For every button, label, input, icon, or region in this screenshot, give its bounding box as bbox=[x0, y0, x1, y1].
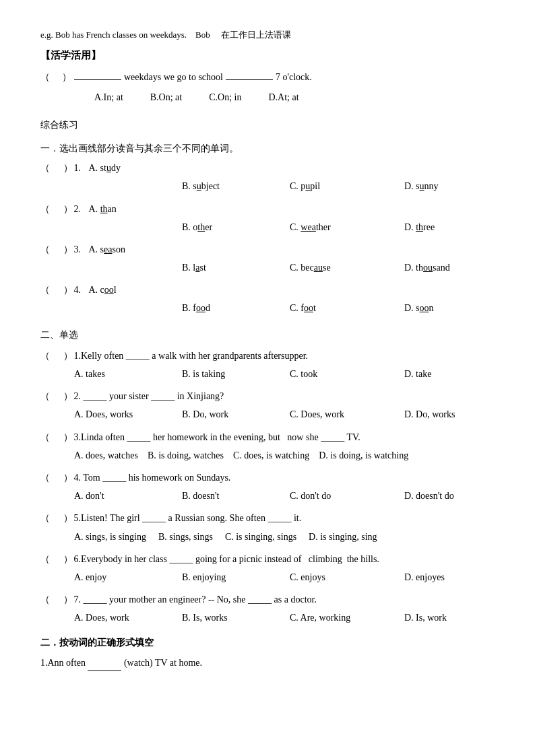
q-text: 5.Listen! The girl _____ a Russian song.… bbox=[74, 510, 495, 526]
q-num: 3. bbox=[74, 241, 88, 258]
paren-close: ） bbox=[61, 160, 73, 176]
section-zonghe: 综合练习 bbox=[40, 116, 495, 133]
opt-a: A. does, watches bbox=[74, 447, 138, 464]
option-c: C.On; in bbox=[209, 89, 241, 106]
q-a: A. cool bbox=[89, 281, 117, 298]
q-text: 1.Kelly often _____ a walk with her gran… bbox=[74, 347, 495, 364]
paren-close: ） bbox=[61, 469, 73, 486]
paren-close: ） bbox=[61, 510, 73, 526]
sec2-q1-opts: A. takes B. is taking C. took D. take bbox=[74, 366, 495, 382]
sec2-q6-opts: A. enjoy B. enjoying C. enjoys D. enjoye… bbox=[74, 569, 495, 586]
paren: （ bbox=[40, 551, 59, 568]
opt-d: D. enjoyes bbox=[404, 569, 519, 586]
opt-d: D. sunny bbox=[404, 178, 519, 195]
option-d: D.At; at bbox=[268, 89, 298, 106]
example-line: e.g. Bob has French classes on weekdays.… bbox=[40, 27, 495, 42]
q-num: 4. bbox=[74, 281, 88, 298]
opt-b: B. is taking bbox=[182, 366, 290, 382]
opt-b: B. is doing, watches bbox=[148, 447, 224, 464]
opt-a: A. don't bbox=[74, 487, 182, 504]
opt-d: D. Is, work bbox=[404, 609, 519, 626]
paren: （ bbox=[40, 469, 59, 486]
paren-left: （ bbox=[40, 69, 50, 85]
paren-close: ） bbox=[61, 388, 73, 405]
option-a: A.In; at bbox=[94, 89, 123, 106]
section3-title: 二．按动词的正确形式填空 bbox=[40, 634, 495, 651]
opt-d: D. Do, works bbox=[404, 406, 519, 423]
opt-c: C. took bbox=[290, 366, 404, 382]
sec2-q4: （ ） 4. Tom _____ his homework on Sundays… bbox=[40, 469, 495, 486]
opt-c: C. foot bbox=[290, 300, 404, 316]
fill-options-row: A.In; at B.On; at C.On; in D.At; at bbox=[94, 89, 495, 106]
blank-2 bbox=[226, 69, 273, 80]
sec1-q4-opts: B. food C. foot D. soon bbox=[74, 300, 495, 316]
sec2-q6: （ ） 6.Everybody in her class _____ going… bbox=[40, 551, 495, 568]
q-text: 3.Linda often _____ her homework in the … bbox=[74, 429, 495, 446]
paren-close: ） bbox=[61, 241, 73, 258]
fill-question: （ ） weekdays we go to school 7 o'clock. bbox=[40, 69, 495, 85]
q-a: A. than bbox=[89, 201, 117, 217]
opt-b: B. doesn't bbox=[182, 487, 290, 504]
section2-title: 二、单选 bbox=[40, 327, 495, 343]
opt-c: C. don't do bbox=[290, 487, 404, 504]
opt-d: D. three bbox=[404, 219, 519, 236]
opt-a: A. takes bbox=[74, 366, 182, 382]
sec1-q2: （ ） 2. A. than bbox=[40, 201, 495, 217]
paren: （ bbox=[40, 241, 59, 258]
q-a: A. study bbox=[89, 160, 121, 176]
opt-blank bbox=[74, 300, 182, 316]
opt-blank bbox=[74, 259, 182, 276]
sec1-q4: （ ） 4. A. cool bbox=[40, 281, 495, 298]
opt-d: D. take bbox=[404, 366, 519, 382]
q-text: 7. _____ your mother an engineer? -- No,… bbox=[74, 591, 495, 608]
opt-b: B. other bbox=[182, 219, 290, 236]
paren: （ bbox=[40, 591, 59, 608]
opt-b: B. sings, sings bbox=[158, 528, 213, 545]
q-num: 1. bbox=[74, 160, 88, 176]
opt-b: B. last bbox=[182, 259, 290, 276]
section1-title: 一．选出画线部分读音与其余三个不同的单词。 bbox=[40, 140, 495, 157]
opt-b: B. food bbox=[182, 300, 290, 316]
paren: （ bbox=[40, 160, 59, 176]
opt-a: A. Does, work bbox=[74, 609, 182, 626]
q-a: A. season bbox=[89, 241, 125, 258]
opt-a: A. sings, is singing bbox=[74, 528, 146, 545]
q-text: 6.Everybody in her class _____ going for… bbox=[74, 551, 495, 568]
opt-blank bbox=[74, 178, 182, 195]
opt-d: D. is singing, sing bbox=[309, 528, 377, 545]
sec2-q5: （ ） 5.Listen! The girl _____ a Russian s… bbox=[40, 510, 495, 526]
sec3-q1: 1.Ann often (watch) TV at home. bbox=[40, 654, 495, 671]
sec2-q3: （ ） 3.Linda often _____ her homework in … bbox=[40, 429, 495, 446]
opt-d: D. is doing, is watching bbox=[319, 447, 408, 464]
opt-c: C. weather bbox=[290, 219, 404, 236]
fill-text-2: 7 o'clock. bbox=[276, 69, 312, 85]
paren-right: ） bbox=[53, 69, 71, 85]
opt-b: B. enjoying bbox=[182, 569, 290, 586]
sec1-q2-opts: B. other C. weather D. three bbox=[74, 219, 495, 236]
option-b: B.On; at bbox=[150, 89, 182, 106]
paren: （ bbox=[40, 281, 59, 298]
opt-d: D. doesn't do bbox=[404, 487, 519, 504]
sec1-q3-opts: B. last C. because D. thousand bbox=[74, 259, 495, 276]
paren: （ bbox=[40, 510, 59, 526]
opt-b: B. subject bbox=[182, 178, 290, 195]
q-text: 2. _____ your sister _____ in Xinjiang? bbox=[74, 388, 495, 405]
paren-close: ） bbox=[61, 201, 73, 217]
q-num: 2. bbox=[74, 201, 88, 217]
opt-b: B. Do, work bbox=[182, 406, 290, 423]
sec2-q4-opts: A. don't B. doesn't C. don't do D. doesn… bbox=[74, 487, 495, 504]
huoxue-label: 【活学活用】 bbox=[40, 46, 495, 65]
paren: （ bbox=[40, 201, 59, 217]
paren-close: ） bbox=[61, 281, 73, 298]
paren: （ bbox=[40, 347, 59, 364]
blank bbox=[88, 660, 121, 671]
opt-blank bbox=[74, 219, 182, 236]
paren-close: ） bbox=[61, 591, 73, 608]
opt-c: C. Does, work bbox=[290, 406, 404, 423]
sec2-q3-opts: A. does, watches B. is doing, watches C.… bbox=[74, 447, 495, 464]
paren-close: ） bbox=[61, 551, 73, 568]
opt-c: C. is singing, sings bbox=[225, 528, 296, 545]
sec2-q7-opts: A. Does, work B. Is, works C. Are, worki… bbox=[74, 609, 495, 626]
opt-b: B. Is, works bbox=[182, 609, 290, 626]
sec2-q7: （ ） 7. _____ your mother an engineer? --… bbox=[40, 591, 495, 608]
